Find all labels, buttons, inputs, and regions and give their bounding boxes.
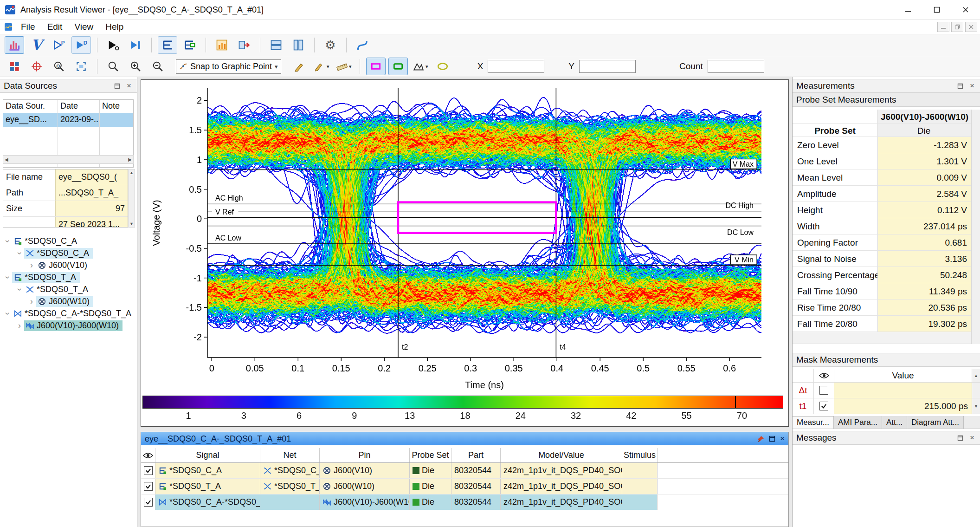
- x-coordinate-input[interactable]: [488, 60, 544, 73]
- float-panel-icon[interactable]: [113, 82, 121, 90]
- measurement-value[interactable]: 0.681: [877, 234, 972, 250]
- column-header-signal[interactable]: Signal: [155, 448, 260, 462]
- signals-panel-header[interactable]: eye__SDQS0_C_A-_SDQS0_T_A_#01 ×: [141, 432, 788, 445]
- probe-column-header[interactable]: J600(V10)-J600(W10): [877, 110, 972, 123]
- scroll-down-icon[interactable]: ▼: [972, 398, 980, 414]
- tab-measur[interactable]: Measur...: [793, 416, 834, 429]
- tab-diagram-att[interactable]: Diagram Att...: [907, 416, 964, 429]
- eye-mask-button[interactable]: [180, 36, 200, 54]
- report-button[interactable]: [212, 36, 232, 54]
- eye-diagram-canvas[interactable]: [207, 88, 761, 358]
- tree-item-sdqs0-t-a[interactable]: ›*SDQS0_T_A: [0, 283, 136, 295]
- eye-measurement-button[interactable]: [158, 36, 177, 54]
- probe-differential-button[interactable]: D: [71, 36, 91, 54]
- column-header-pin[interactable]: Pin: [320, 448, 410, 462]
- mask-value[interactable]: 215.000 ps: [834, 398, 972, 414]
- tree-item-j600-v10-j600-w10[interactable]: ›J600(V10)-J600(W10): [0, 319, 136, 332]
- measurement-value[interactable]: 0.009 V: [877, 169, 972, 185]
- close-panel-icon[interactable]: ×: [780, 434, 785, 443]
- tree-item-j600-v10[interactable]: ›J600(V10): [0, 259, 136, 271]
- property-value[interactable]: 97: [55, 201, 128, 216]
- checkbox-unchecked[interactable]: [819, 386, 828, 395]
- chevron-expanded-icon[interactable]: ›: [15, 285, 25, 294]
- measure-multi-button[interactable]: ▾: [312, 58, 331, 75]
- export-results-button[interactable]: [234, 36, 254, 54]
- probe-point-button[interactable]: P: [49, 36, 69, 54]
- checkbox-checked[interactable]: [144, 482, 153, 491]
- chevron-collapsed-icon[interactable]: ›: [15, 321, 24, 331]
- property-value[interactable]: eye__SDQS0_(: [55, 169, 128, 185]
- zoom-query-button[interactable]: Q: [49, 58, 69, 75]
- pin-icon[interactable]: [757, 436, 764, 442]
- child-close-button[interactable]: [965, 22, 977, 32]
- measurements-scrollbar[interactable]: [971, 110, 980, 344]
- data-source-row[interactable]: eye__SD...2023-09-...: [3, 113, 133, 127]
- chevron-collapsed-icon[interactable]: ›: [27, 260, 36, 270]
- close-panel-icon[interactable]: ×: [968, 82, 976, 90]
- measurement-value[interactable]: 3.136: [877, 251, 972, 267]
- menu-item-view[interactable]: View: [68, 20, 99, 34]
- chevron-expanded-icon[interactable]: ›: [3, 309, 13, 318]
- histogram-tool-button[interactable]: ▾: [411, 58, 430, 75]
- column-header-note[interactable]: Note: [100, 100, 133, 113]
- column-header-data-sour[interactable]: Data Sour.: [3, 100, 58, 113]
- tree-item-sdqs0-c-a[interactable]: ›*SDQS0_C_A: [0, 235, 136, 247]
- measurement-value[interactable]: 1.301 V: [877, 153, 972, 169]
- measurement-value[interactable]: 237.014 ps: [877, 218, 972, 234]
- signal-row-sdqs0-c-a-sdqs0-t-a[interactable]: *SDQS0_C_A-*SDQS0_T_AJ600(V10)-J600(W10)…: [141, 494, 788, 510]
- measurement-value[interactable]: 50.248: [877, 267, 972, 283]
- y-coordinate-input[interactable]: [579, 60, 636, 73]
- menu-item-edit[interactable]: Edit: [41, 20, 69, 34]
- tree-item-sdqs0-c-a-sdqs0-t-a[interactable]: ›*SDQS0_C_A-*SDQS0_T_A: [0, 307, 136, 319]
- column-header-stimulus[interactable]: Stimulus: [622, 448, 658, 462]
- snap-mode-dropdown[interactable]: Snap to Graphic Point ▾: [176, 59, 281, 74]
- measurement-value[interactable]: 0.112 V: [877, 202, 972, 218]
- float-panel-icon[interactable]: [956, 82, 964, 90]
- measurement-value[interactable]: -1.283 V: [877, 137, 972, 153]
- measurement-value[interactable]: 2.584 V: [877, 186, 972, 202]
- float-panel-icon[interactable]: [956, 434, 964, 442]
- scroll-left-icon[interactable]: ◀: [5, 157, 8, 162]
- region-tool-button[interactable]: [388, 58, 408, 75]
- maximize-button[interactable]: [922, 0, 951, 20]
- eye-diagram-tool-button[interactable]: [5, 36, 24, 54]
- zoom-out-button[interactable]: [148, 58, 168, 75]
- column-header-model-value[interactable]: Model/Value: [501, 448, 622, 462]
- tab-att[interactable]: Att...: [882, 416, 907, 429]
- tab-ami-para[interactable]: AMI Para...: [834, 416, 882, 429]
- close-panel-icon[interactable]: ×: [125, 82, 133, 90]
- signal-path-button[interactable]: [353, 36, 372, 54]
- chevron-expanded-icon[interactable]: ›: [3, 236, 13, 246]
- scroll-up-icon[interactable]: ▲: [972, 369, 980, 382]
- run-analysis-button[interactable]: [103, 36, 123, 54]
- close-panel-icon[interactable]: ×: [968, 434, 976, 442]
- measurement-value[interactable]: 11.349 ps: [877, 283, 972, 299]
- data-sources-hscrollbar[interactable]: ◀ ▶: [3, 155, 134, 164]
- signal-row-sdqs0-t-a[interactable]: *SDQS0_T_A*SDQS0_T_AJ600(W10)Die80320544…: [141, 479, 788, 494]
- mask-tool-button[interactable]: [366, 58, 386, 75]
- column-header-probe-set[interactable]: Probe Set: [410, 448, 451, 462]
- zoom-button[interactable]: [103, 58, 123, 75]
- column-header-part[interactable]: Part: [451, 448, 501, 462]
- ruler-tool-button[interactable]: ▾: [334, 58, 354, 75]
- measure-line-button[interactable]: [290, 58, 309, 75]
- scroll-track[interactable]: [972, 383, 980, 398]
- minimize-button[interactable]: [894, 0, 922, 20]
- mask-value[interactable]: [834, 383, 972, 398]
- scroll-down-icon[interactable]: ▼: [129, 221, 134, 226]
- settings-button[interactable]: ⚙: [321, 36, 340, 54]
- chevron-expanded-icon[interactable]: ›: [3, 273, 13, 282]
- count-input[interactable]: [708, 60, 764, 73]
- checkbox-checked[interactable]: [144, 498, 153, 507]
- child-restore-button[interactable]: [951, 22, 963, 32]
- checkbox-checked[interactable]: [144, 466, 153, 475]
- scroll-right-icon[interactable]: ▶: [128, 157, 132, 162]
- chevron-collapsed-icon[interactable]: ›: [27, 297, 36, 306]
- zoom-fit-button[interactable]: [71, 58, 91, 75]
- scroll-up-icon[interactable]: ▲: [129, 170, 134, 175]
- zoom-in-button[interactable]: [126, 58, 145, 75]
- ellipse-tool-button[interactable]: [433, 58, 452, 75]
- menu-item-file[interactable]: File: [15, 20, 41, 34]
- properties-vscrollbar[interactable]: ▲ ▼: [128, 169, 135, 228]
- column-header-net[interactable]: Net: [260, 448, 320, 462]
